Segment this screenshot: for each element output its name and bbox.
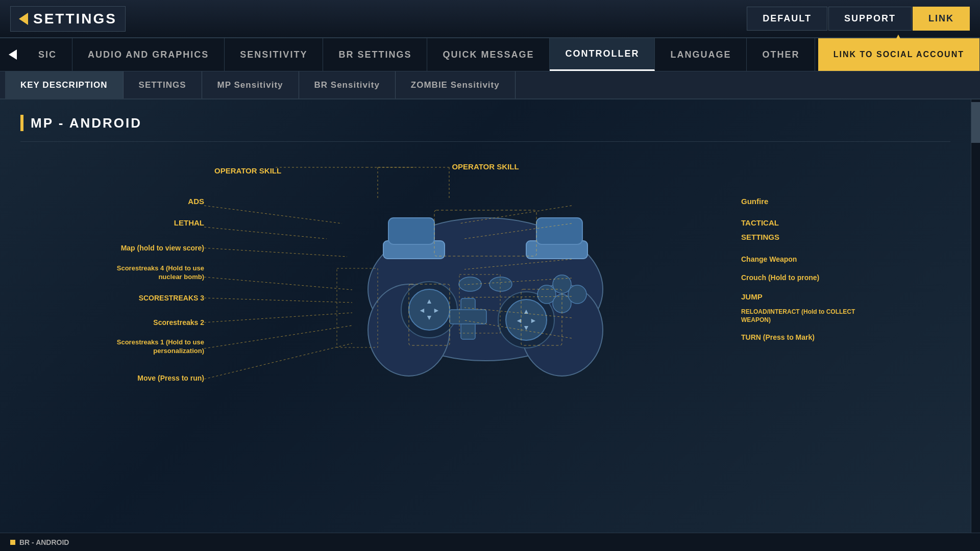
svg-rect-5 — [388, 218, 434, 244]
label-lethal: LETHAL — [174, 218, 204, 227]
label-settings-right: SETTINGS — [741, 233, 779, 241]
svg-text:▼: ▼ — [426, 313, 433, 321]
svg-text:◄: ◄ — [516, 316, 523, 324]
tab-quick-message[interactable]: QUICK MESSAGE — [427, 38, 550, 71]
label-turn: TURN (Press to Mark) — [741, 333, 815, 341]
nav-prev-icon — [9, 49, 17, 60]
svg-point-21 — [459, 277, 481, 291]
nav-prev-button[interactable] — [3, 38, 23, 71]
svg-text:▲: ▲ — [523, 307, 530, 315]
svg-point-8 — [409, 289, 450, 330]
label-operator-skill: OPERATOR SKILL — [214, 166, 281, 175]
svg-line-31 — [204, 227, 327, 239]
back-arrow-icon — [19, 13, 28, 25]
tab-controller[interactable]: CONTROLLER — [550, 38, 655, 71]
svg-text:▼: ▼ — [523, 323, 530, 332]
label-gunfire: Gunfire — [741, 197, 768, 206]
label-ads: ADS — [188, 197, 204, 206]
default-button[interactable]: DEFAULT — [747, 7, 827, 31]
tab-language[interactable]: LANGUAGE — [655, 38, 747, 71]
svg-point-14 — [506, 299, 547, 340]
label-reload: RELOAD/INTERACT (Hold to COLLECTWEAPON) — [741, 308, 855, 324]
section-title: MP - ANDROID — [20, 115, 950, 131]
header: SETTINGS DEFAULT SUPPORT LINK — [0, 0, 980, 38]
svg-rect-20 — [450, 310, 486, 324]
indicator-dot — [10, 540, 15, 545]
label-operator-skill-center: OPERATOR SKILL — [452, 162, 519, 171]
scrollbar[interactable] — [971, 99, 980, 551]
svg-line-33 — [204, 277, 352, 290]
svg-text:▲: ▲ — [426, 297, 433, 305]
svg-line-32 — [204, 248, 347, 257]
content-area: MP - ANDROID — [0, 99, 980, 551]
svg-line-36 — [204, 325, 352, 348]
svg-point-26 — [568, 285, 586, 304]
svg-rect-6 — [536, 218, 582, 244]
bottom-indicator: BR - ANDROID — [10, 538, 69, 546]
section-accent — [20, 115, 23, 131]
tab-br-settings[interactable]: BR SETTINGS — [323, 38, 427, 71]
svg-point-22 — [489, 277, 512, 291]
svg-line-34 — [204, 298, 352, 303]
bottom-label: BR - ANDROID — [19, 538, 69, 546]
svg-text:►: ► — [433, 306, 440, 314]
label-move: Move (Press to run) — [137, 374, 204, 382]
sub-tab-key-description[interactable]: KEY DESCRIPTION — [5, 71, 124, 98]
label-tactical: TACTICAL — [741, 218, 779, 227]
controller-svg: ▲ ▼ ◄ ► ▲ ▼ ◄ ► — [332, 172, 639, 386]
app-title: SETTINGS — [33, 11, 117, 27]
controller-diagram: ▲ ▼ ◄ ► ▲ ▼ ◄ ► — [20, 157, 950, 422]
label-scorestreaks3: SCORESTREAKS 3 — [139, 294, 204, 302]
tab-other[interactable]: OTHER — [747, 38, 815, 71]
link-button[interactable]: LINK — [913, 7, 970, 31]
label-scorestreaks2: Scorestreaks 2 — [153, 318, 204, 327]
sub-tab-br-sensitivity[interactable]: BR Sensitivity — [299, 71, 396, 98]
header-actions: DEFAULT SUPPORT LINK — [747, 7, 970, 31]
tab-link-social[interactable]: LINK TO SOCIAL ACCOUNT — [818, 38, 980, 71]
tab-basic[interactable]: SIC — [23, 38, 72, 71]
svg-text:►: ► — [530, 316, 537, 324]
label-map: Map (hold to view score) — [121, 244, 204, 252]
svg-line-30 — [204, 206, 342, 223]
main-content: MP - ANDROID — [0, 99, 971, 551]
back-button[interactable]: SETTINGS — [10, 6, 126, 32]
bottom-bar: BR - ANDROID — [0, 533, 980, 551]
section-divider — [20, 141, 950, 142]
support-button[interactable]: SUPPORT — [828, 7, 912, 31]
sub-tab-settings[interactable]: SETTINGS — [124, 71, 202, 98]
scrollbar-thumb[interactable] — [971, 102, 980, 143]
label-crouch: Crouch (Hold to prone) — [741, 273, 819, 282]
label-change-weapon: Change Weapon — [741, 255, 797, 263]
svg-line-35 — [204, 313, 352, 322]
tab-sensitivity[interactable]: SENSITIVITY — [225, 38, 323, 71]
sub-tab-zombie-sensitivity[interactable]: ZOMBIE Sensitivity — [396, 71, 516, 98]
svg-line-37 — [204, 343, 352, 379]
label-scorestreaks1: Scorestreaks 1 (Hold to usepersonalizati… — [117, 338, 204, 356]
sub-tab-mp-sensitivity[interactable]: MP Sensitivity — [202, 71, 299, 98]
nav-tabs: SIC AUDIO AND GRAPHICS SENSITIVITY BR SE… — [0, 38, 980, 71]
sub-tabs: KEY DESCRIPTION SETTINGS MP Sensitivity … — [0, 71, 980, 99]
tab-audio[interactable]: AUDIO AND GRAPHICS — [72, 38, 225, 71]
svg-text:◄: ◄ — [419, 306, 426, 314]
label-scorestreaks4: Scorestreaks 4 (Hold to usenuclear bomb) — [117, 264, 204, 282]
label-jump: JUMP — [741, 292, 763, 301]
